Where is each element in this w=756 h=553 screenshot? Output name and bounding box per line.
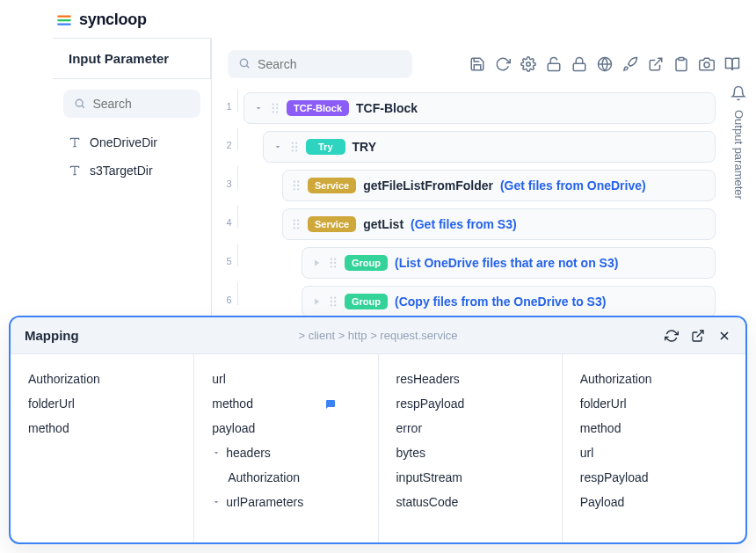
chevron-down-icon[interactable]: [212, 448, 221, 457]
drag-handle-icon[interactable]: [329, 257, 338, 269]
svg-point-30: [294, 185, 295, 186]
rocket-icon[interactable]: [622, 56, 638, 72]
mapping-label: urlParameters: [226, 495, 303, 509]
svg-point-47: [334, 296, 336, 298]
svg-point-51: [334, 304, 336, 306]
play-icon[interactable]: [311, 296, 322, 307]
mapping-item[interactable]: method: [28, 416, 176, 440]
svg-point-27: [295, 149, 297, 151]
step-desc: (Get files from S3): [411, 217, 517, 231]
external-icon[interactable]: [648, 56, 664, 72]
chevron-down-icon[interactable]: [273, 142, 283, 152]
step-card[interactable]: Service getList (Get files from S3): [282, 208, 716, 240]
refresh-icon[interactable]: [495, 56, 511, 72]
step-label: getList: [363, 217, 403, 231]
mapping-item[interactable]: Authorization: [28, 367, 176, 391]
svg-point-45: [334, 266, 336, 267]
chevron-down-icon[interactable]: [212, 498, 221, 506]
svg-line-7: [247, 66, 250, 69]
step-card[interactable]: Service getFileListFromFolder (Get files…: [282, 170, 716, 201]
settings-icon[interactable]: [520, 56, 536, 72]
mapping-label: Authorization: [28, 372, 100, 386]
mapping-item[interactable]: bytes: [396, 440, 544, 465]
svg-point-23: [295, 142, 297, 143]
drag-handle-icon[interactable]: [290, 141, 299, 153]
mapping-item[interactable]: resHeaders: [396, 367, 544, 391]
step-row: 3 Service getFileListFromFolder (Get fil…: [221, 166, 716, 205]
mapping-item[interactable]: inputStream: [396, 465, 544, 490]
lock-icon[interactable]: [571, 56, 587, 72]
svg-point-39: [297, 227, 299, 229]
svg-point-16: [273, 103, 274, 105]
mapping-item[interactable]: respPayload: [396, 391, 544, 416]
mapping-item[interactable]: Payload: [580, 490, 728, 514]
drag-handle-icon[interactable]: [292, 218, 301, 230]
mapping-item[interactable]: urlParameters: [212, 490, 360, 514]
mapping-label: error: [396, 421, 423, 435]
param-item[interactable]: s3TargetDir: [58, 156, 206, 185]
mapping-item[interactable]: method: [212, 391, 360, 416]
svg-point-33: [297, 188, 299, 190]
toolbar: [469, 56, 740, 72]
mapping-col-2: urlmethodpayloadheadersAuthorizationurlP…: [194, 354, 378, 542]
svg-point-37: [297, 223, 299, 225]
mapping-item[interactable]: statusCode: [396, 490, 544, 514]
mapping-item[interactable]: url: [212, 367, 360, 391]
mapping-label: method: [28, 421, 69, 435]
mapping-item[interactable]: folderUrl: [28, 391, 176, 416]
chevron-down-icon[interactable]: [253, 103, 264, 113]
play-icon[interactable]: [311, 258, 322, 268]
mapping-item[interactable]: Authorization: [212, 465, 360, 490]
sidebar-search-input[interactable]: [92, 97, 190, 111]
expand-icon[interactable]: [691, 329, 705, 343]
output-parameter-label[interactable]: Output parameter: [732, 110, 745, 200]
workspace: Output parameter 1 TCF-Block TCF-Block 2…: [211, 38, 756, 321]
drag-handle-icon[interactable]: [329, 295, 338, 308]
close-icon[interactable]: [717, 329, 731, 343]
svg-point-36: [294, 223, 295, 225]
svg-point-43: [334, 262, 336, 264]
step-card[interactable]: Try TRY: [263, 131, 716, 163]
globe-icon[interactable]: [597, 56, 613, 72]
mapping-item[interactable]: url: [580, 440, 728, 465]
line-number: 3: [221, 166, 238, 189]
workspace-search-input[interactable]: [258, 57, 402, 71]
step-card[interactable]: Group (List OneDrive files that are not …: [302, 247, 716, 279]
sync-icon[interactable]: [665, 329, 679, 343]
drag-handle-icon[interactable]: [292, 179, 301, 192]
step-card[interactable]: TCF-Block TCF-Block: [244, 92, 716, 124]
line-number: 4: [221, 205, 238, 228]
mapping-item[interactable]: Authorization: [580, 367, 728, 391]
mapping-item[interactable]: payload: [212, 416, 360, 440]
mapping-item[interactable]: error: [396, 416, 544, 440]
mapping-title: Mapping: [25, 328, 79, 343]
save-icon[interactable]: [469, 56, 485, 72]
param-label: s3TargetDir: [90, 164, 153, 178]
mapping-label: url: [212, 372, 226, 386]
svg-point-42: [331, 262, 332, 264]
bell-icon[interactable]: [731, 85, 746, 101]
param-item[interactable]: OneDriveDir: [58, 128, 206, 156]
clipboard-icon[interactable]: [673, 56, 689, 72]
step-row: 4 Service getList (Get files from S3): [221, 205, 716, 244]
step-label: TRY: [353, 140, 376, 154]
svg-point-15: [704, 62, 709, 68]
workspace-search[interactable]: [228, 50, 412, 78]
mapping-item[interactable]: method: [580, 416, 728, 440]
step-card[interactable]: Group (Copy files from the OneDrive to S…: [302, 286, 716, 317]
mapping-label: method: [212, 397, 253, 411]
unlock-icon[interactable]: [546, 56, 562, 72]
mapping-label: bytes: [396, 446, 425, 460]
mapping-item[interactable]: folderUrl: [580, 391, 728, 416]
marker-icon: [325, 398, 336, 409]
svg-point-20: [273, 111, 274, 113]
mapping-label: statusCode: [396, 495, 459, 509]
mapping-label: url: [580, 446, 594, 460]
sidebar-search[interactable]: [63, 90, 200, 118]
drag-handle-icon[interactable]: [271, 102, 280, 114]
svg-point-31: [297, 185, 299, 186]
svg-point-6: [240, 59, 247, 66]
mapping-item[interactable]: respPayload: [580, 465, 728, 490]
camera-icon[interactable]: [699, 56, 715, 72]
mapping-item[interactable]: headers: [212, 440, 360, 465]
